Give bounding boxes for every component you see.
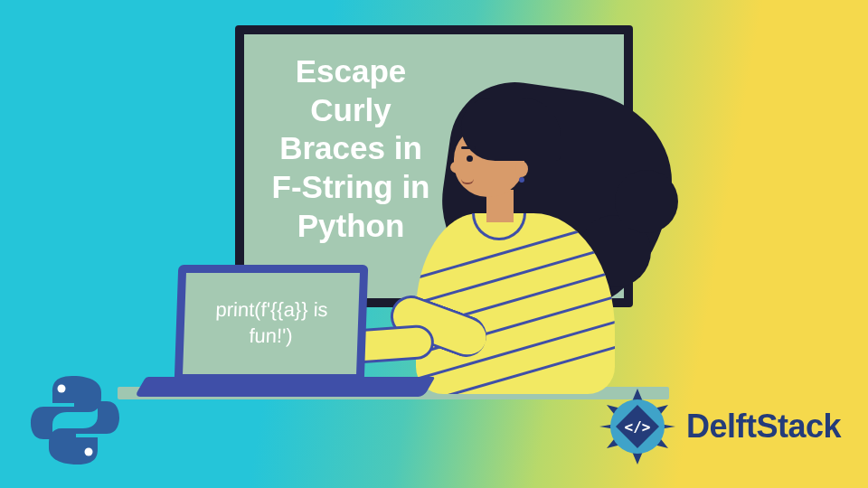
laptop-base [135,377,436,397]
svg-point-0 [58,385,66,393]
svg-text:</>: </> [624,418,650,436]
hair-front-shape [461,98,561,161]
hair-wave [615,170,678,233]
illustration-canvas: Escape Curly Braces in F-String in Pytho… [0,0,868,488]
ear [515,161,528,177]
eye [467,155,473,162]
delftstack-logo: </> DelftStack [596,385,841,468]
delftstack-emblem-icon: </> [596,385,679,468]
laptop: print(f'{{a}} is fun!') [140,265,448,400]
eyebrow [461,146,476,149]
delftstack-wordmark: DelftStack [686,408,841,446]
python-logo-icon [25,371,125,470]
laptop-screen: print(f'{{a}} is fun!') [175,265,369,382]
nose [450,161,467,174]
code-snippet: print(f'{{a}} is fun!') [191,297,352,349]
earring [519,177,524,183]
svg-point-1 [85,448,93,456]
